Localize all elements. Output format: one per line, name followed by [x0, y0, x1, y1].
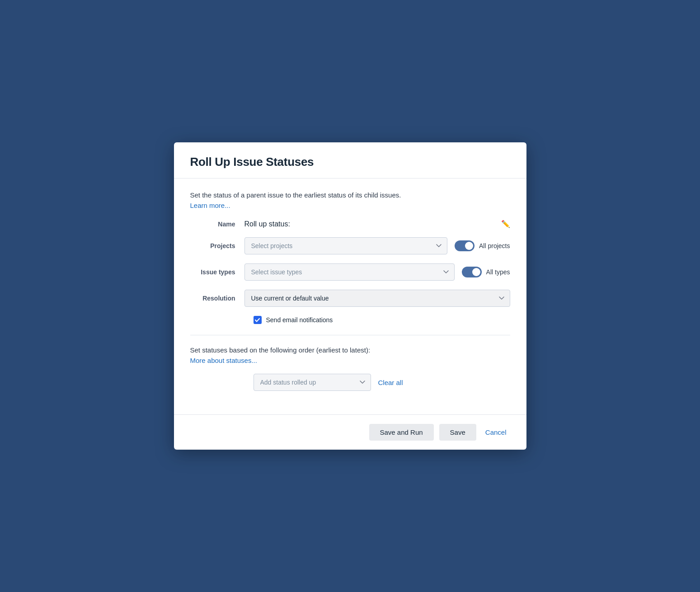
projects-toggle[interactable]: [455, 240, 474, 251]
modal-header: Roll Up Issue Statuses: [174, 142, 526, 179]
name-control-group: Roll up status: ✏️: [244, 220, 510, 228]
email-checkbox-row: Send email notifications: [254, 316, 510, 324]
resolution-label: Resolution: [190, 295, 244, 302]
modal-overlay: Roll Up Issue Statuses Set the status of…: [0, 0, 700, 592]
modal-body: Set the status of a parent issue to the …: [174, 179, 526, 414]
projects-control-group: Select projects All projects: [244, 237, 510, 254]
projects-dropdown[interactable]: Select projects: [244, 237, 448, 254]
email-checkbox-label: Send email notifications: [266, 316, 333, 324]
issue-types-toggle-slider: [462, 267, 482, 277]
issue-types-dropdown[interactable]: Select issue types: [244, 263, 455, 281]
issue-types-toggle-label: All types: [486, 268, 510, 276]
projects-row: Projects Select projects All projects: [190, 237, 510, 254]
resolution-dropdown[interactable]: Use current or default value Fixed Won't…: [244, 290, 510, 307]
modal-footer: Save and Run Save Cancel: [174, 414, 526, 450]
resolution-control-group: Use current or default value Fixed Won't…: [244, 290, 510, 307]
issue-types-control-group: Select issue types All types: [244, 263, 510, 281]
projects-toggle-group: All projects: [455, 240, 510, 251]
issue-types-toggle[interactable]: [462, 267, 482, 277]
divider: [190, 335, 510, 335]
name-row: Name Roll up status: ✏️: [190, 220, 510, 228]
save-and-run-button[interactable]: Save and Run: [369, 424, 434, 441]
statuses-section: Set statuses based on the following orde…: [190, 346, 510, 391]
email-checkbox[interactable]: [254, 316, 262, 324]
statuses-description: Set statuses based on the following orde…: [190, 346, 510, 354]
status-row: Add status rolled up Clear all: [254, 374, 510, 391]
issue-types-label: Issue types: [190, 268, 244, 276]
projects-label: Projects: [190, 242, 244, 249]
more-about-statuses-link[interactable]: More about statuses...: [190, 357, 257, 364]
add-status-dropdown[interactable]: Add status rolled up: [254, 374, 371, 391]
resolution-row: Resolution Use current or default value …: [190, 290, 510, 307]
projects-toggle-slider: [455, 240, 474, 251]
name-value: Roll up status:: [244, 220, 494, 228]
save-button[interactable]: Save: [439, 424, 476, 441]
issue-types-row: Issue types Select issue types All types: [190, 263, 510, 281]
name-label: Name: [190, 221, 244, 228]
projects-toggle-label: All projects: [479, 242, 510, 249]
issue-types-toggle-group: All types: [462, 267, 510, 277]
modal-dialog: Roll Up Issue Statuses Set the status of…: [174, 142, 526, 450]
checkmark-icon: [255, 318, 260, 322]
form-section: Name Roll up status: ✏️ Projects Select …: [190, 220, 510, 324]
learn-more-link[interactable]: Learn more...: [190, 202, 230, 209]
cancel-button[interactable]: Cancel: [482, 424, 510, 441]
clear-all-button[interactable]: Clear all: [378, 379, 403, 386]
description-text: Set the status of a parent issue to the …: [190, 191, 510, 199]
edit-icon[interactable]: ✏️: [501, 220, 510, 228]
modal-title: Roll Up Issue Statuses: [190, 155, 510, 169]
